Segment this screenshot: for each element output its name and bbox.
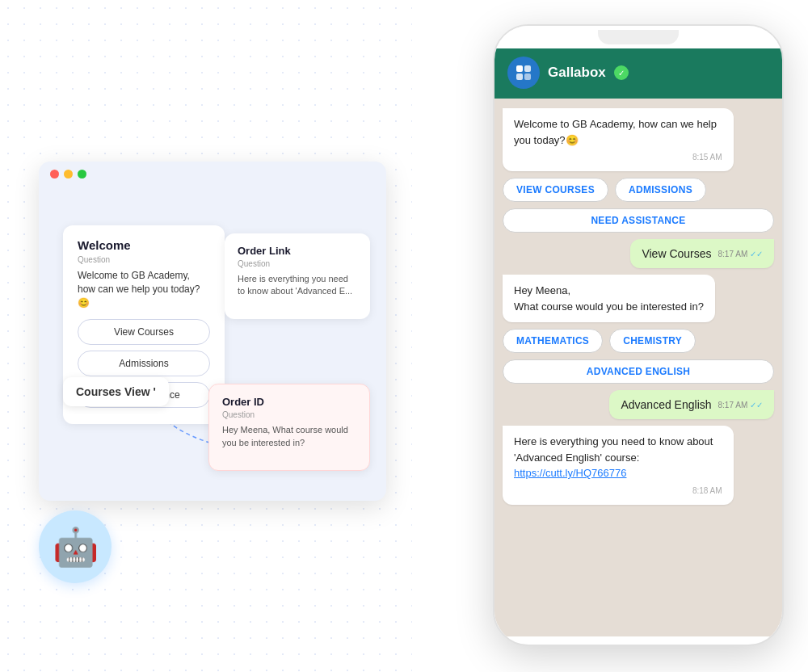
whatsapp-header: Gallabox ✓ [494,48,782,99]
gallabox-avatar [507,57,540,89]
phone-mockup: Gallabox ✓ Welcome to GB Academy, how ca… [493,24,784,646]
courses-view-label: Courses View ' [63,377,169,406]
qr-row-2: MATHEMATICS CHEMISTRY [503,329,774,353]
browser-content: Welcome Question Welcome to GB Academy, … [39,185,386,495]
order-id-card: Order ID Question Hey Meena, What course… [208,384,370,471]
order-link-question: Here is everything you need to know abou… [238,273,357,298]
admissions-btn[interactable]: Admissions [78,351,210,376]
order-link-card: Order Link Question Here is everything y… [225,233,370,319]
browser-titlebar [39,162,386,185]
chat-body[interactable]: Welcome to GB Academy, how can we help y… [494,99,782,636]
tick-1: ✓✓ [750,250,763,258]
order-link-title: Order Link [238,245,357,257]
bubble-out-view-courses: View Courses 8:17 AM ✓✓ [630,239,774,268]
qr-need-assistance[interactable]: NEED ASSISTANCE [503,208,774,233]
bubble-out-text-2: Advanced English [621,398,711,411]
qr-row-1: VIEW COURSES ADMISSIONS [503,178,774,202]
tick-2: ✓✓ [750,401,763,410]
qr-row-english: ADVANCED ENGLISH [503,359,774,384]
gallabox-name: Gallabox [548,65,606,81]
welcome-card-question: Welcome to GB Academy, how can we help y… [78,269,210,309]
dot-red [50,170,59,178]
svg-rect-4 [516,74,523,80]
phone-notch-bar [494,26,782,48]
bubble-meena-text: Hey Meena,What course would you be inter… [514,283,704,314]
bubble-course-info: Here is everything you need to know abou… [503,426,734,505]
order-id-title: Order ID [222,396,356,408]
bubble-out-advanced-english: Advanced English 8:17 AM ✓✓ [609,390,774,419]
browser-mockup: Welcome Question Welcome to GB Academy, … [39,162,386,501]
qr-mathematics[interactable]: MATHEMATICS [503,329,603,353]
bubble-meena: Hey Meena,What course would you be inter… [503,275,715,322]
robot-avatar: 🤖 [39,510,112,583]
bubble-course-info-time: 8:18 AM [514,485,722,497]
svg-rect-2 [516,65,523,72]
qr-admissions[interactable]: ADMISSIONS [615,178,706,202]
verified-icon: ✓ [614,65,629,80]
bubble-welcome-text: Welcome to GB Academy, how can we help y… [514,116,722,148]
bubble-out-inner-1: View Courses 8:17 AM ✓✓ [642,247,763,260]
welcome-card-title: Welcome [78,238,210,252]
qr-advanced-english[interactable]: ADVANCED ENGLISH [503,359,774,384]
phone-notch [598,30,679,44]
bubble-course-info-text: Here is everything you need to know abou… [514,434,722,481]
view-courses-btn[interactable]: View Courses [78,319,210,345]
dot-yellow [64,170,73,178]
svg-rect-5 [524,74,531,80]
order-link-label: Question [238,259,357,268]
bubble-welcome: Welcome to GB Academy, how can we help y… [503,108,734,171]
bubble-out-inner-2: Advanced English 8:17 AM ✓✓ [621,398,763,411]
qr-chemistry[interactable]: CHEMISTRY [609,329,696,353]
welcome-card-label: Question [78,255,210,264]
qr-row-assistance: NEED ASSISTANCE [503,208,774,233]
bubble-out-text-1: View Courses [642,247,711,260]
bubble-welcome-time: 8:15 AM [514,151,722,163]
svg-rect-3 [524,65,531,72]
robot-icon: 🤖 [53,525,99,569]
qr-view-courses[interactable]: VIEW COURSES [503,178,608,202]
bubble-out-meta-2: 8:17 AM ✓✓ [718,401,763,410]
order-id-label: Question [222,410,356,419]
order-id-question: Hey Meena, What course would you be inte… [222,424,356,449]
bubble-out-meta-1: 8:17 AM ✓✓ [718,250,763,258]
gallabox-name-row: Gallabox ✓ [548,65,629,81]
dot-green [78,170,86,178]
course-link[interactable]: https://cutt.ly/HQ766776 [514,467,626,479]
